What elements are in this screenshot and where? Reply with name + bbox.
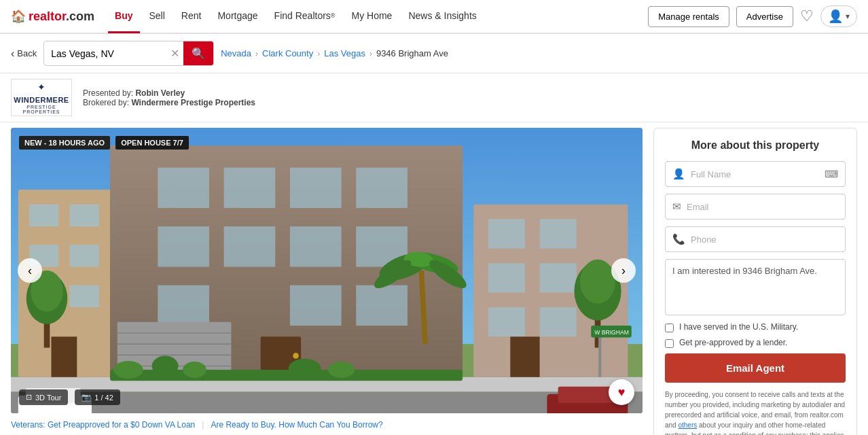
svg-rect-16	[356, 168, 408, 208]
breadcrumb-clark-county[interactable]: Clark County	[262, 48, 313, 58]
search-input-wrap: ✕ 🔍	[43, 41, 214, 66]
promo-links: Veterans: Get Preapproved for a $0 Down …	[11, 413, 643, 435]
back-button[interactable]: ‹ Back	[11, 48, 37, 60]
search-bar: ‹ Back ✕ 🔍 Nevada › Clark County › Las V…	[0, 34, 868, 73]
svg-point-55	[289, 359, 321, 378]
phone-input[interactable]	[691, 234, 838, 245]
agent-info: Presented by: Robin Verley Brokered by: …	[83, 88, 255, 107]
nav-rent[interactable]: Rent	[175, 0, 209, 33]
svg-rect-10	[70, 285, 99, 307]
military-checkbox[interactable]	[665, 324, 674, 332]
person-icon: 👤	[672, 168, 685, 180]
advertise-button[interactable]: Advertise	[736, 6, 793, 27]
nav-my-home[interactable]: My Home	[345, 0, 399, 33]
svg-rect-22	[290, 285, 342, 326]
svg-rect-8	[70, 245, 99, 266]
badge-open-house: OPEN HOUSE 7/7	[115, 136, 189, 150]
search-button[interactable]: 🔍	[183, 41, 213, 65]
svg-rect-32	[488, 219, 525, 248]
agent-logo: ✦ WINDERMERE PRESTIGE PROPERTIES	[11, 79, 72, 116]
windermere-icon: ✦	[14, 82, 69, 92]
breadcrumb-sep-3: ›	[369, 49, 372, 58]
windermere-brand: WINDERMERE	[14, 96, 69, 104]
badge-new: NEW - 18 HOURS AGO	[19, 136, 110, 150]
agent-banner: ✦ WINDERMERE PRESTIGE PROPERTIES Present…	[0, 73, 868, 122]
photo-count-badge[interactable]: 📷 1 / 42	[75, 389, 120, 405]
user-menu-button[interactable]: 👤 ▾	[820, 5, 857, 27]
right-panel: More about this property 👤 ⌨ ✉ 📞 I am in…	[653, 128, 857, 435]
home-icon: 🏠	[11, 9, 26, 24]
form-title: More about this property	[665, 139, 846, 152]
3d-tour-button[interactable]: ⊡ 3D Tour	[19, 389, 68, 405]
military-checkbox-wrap: I have served in the U.S. Military.	[665, 322, 846, 332]
user-icon: 👤	[828, 9, 843, 24]
favorites-icon[interactable]: ♡	[800, 7, 814, 25]
svg-point-53	[152, 355, 179, 376]
svg-point-30	[293, 353, 299, 359]
breadcrumb-nevada[interactable]: Nevada	[221, 48, 251, 58]
svg-text:W BRIGHAM: W BRIGHAM	[594, 329, 629, 336]
breadcrumb: Nevada › Clark County › Las Vegas › 9346…	[221, 48, 448, 58]
agent-name: Robin Verley	[135, 88, 185, 98]
3d-tour-label: 3D Tour	[35, 394, 61, 402]
preapproved-checkbox[interactable]	[665, 339, 674, 348]
email-agent-button[interactable]: Email Agent	[665, 353, 846, 383]
svg-rect-15	[290, 168, 342, 208]
manage-rentals-button[interactable]: Manage rentals	[648, 6, 729, 27]
nav-news[interactable]: News & Insights	[401, 0, 483, 33]
military-label: I have served in the U.S. Military.	[679, 322, 798, 332]
svg-rect-33	[540, 219, 577, 248]
brokered-by: Brokered by: Windermere Prestige Propert…	[83, 98, 255, 107]
chevron-down-icon: ▾	[846, 12, 850, 21]
header-right: Manage rentals Advertise ♡ 👤 ▾	[648, 5, 857, 27]
svg-rect-37	[540, 307, 577, 336]
svg-rect-21	[158, 285, 209, 326]
search-input[interactable]	[44, 44, 166, 64]
full-name-input[interactable]	[691, 169, 819, 179]
breadcrumb-las-vegas[interactable]: Las Vegas	[324, 48, 365, 58]
main-content: NEW - 18 HOURS AGO OPEN HOUSE 7/7	[0, 128, 868, 435]
preapproved-checkbox-wrap: Get pre-approved by a lender.	[665, 338, 846, 348]
photo-count-label: 1 / 42	[94, 394, 113, 402]
contact-form: More about this property 👤 ⌨ ✉ 📞 I am in…	[653, 128, 857, 435]
va-loan-link[interactable]: Veterans: Get Preapproved for a $0 Down …	[11, 420, 195, 430]
svg-point-54	[183, 362, 206, 378]
nav-sell[interactable]: Sell	[143, 0, 172, 33]
email-input[interactable]	[687, 202, 838, 212]
svg-rect-19	[290, 226, 342, 266]
keyboard-icon: ⌨	[825, 169, 838, 179]
nav-find-realtors[interactable]: Find Realtors®	[268, 0, 342, 33]
breadcrumb-sep-2: ›	[317, 49, 320, 58]
svg-rect-23	[356, 285, 408, 326]
nav-mortgage[interactable]: Mortgage	[211, 0, 264, 33]
svg-rect-6	[70, 205, 99, 226]
phone-icon: 📞	[672, 233, 685, 245]
svg-point-50	[580, 260, 615, 304]
clear-search-button[interactable]: ✕	[166, 47, 183, 60]
svg-point-56	[328, 362, 355, 378]
nav-buy[interactable]: Buy	[108, 0, 139, 33]
svg-point-52	[113, 361, 143, 379]
photo-badges: NEW - 18 HOURS AGO OPEN HOUSE 7/7	[19, 136, 189, 150]
presented-by: Presented by: Robin Verley	[83, 88, 255, 98]
svg-rect-38	[510, 336, 539, 377]
svg-rect-17	[158, 226, 209, 266]
photo-prev-button[interactable]: ‹	[18, 258, 42, 283]
svg-rect-65	[558, 387, 617, 403]
full-name-field: 👤 ⌨	[665, 161, 846, 187]
email-icon: ✉	[672, 201, 681, 213]
message-textarea[interactable]: I am interested in 9346 Brigham Ave.	[672, 266, 838, 307]
logo[interactable]: 🏠 realtor.com	[11, 9, 94, 24]
others-link[interactable]: others	[678, 421, 697, 429]
breadcrumb-sep-1: ›	[255, 49, 258, 58]
prestige-text: PRESTIGE PROPERTIES	[14, 105, 69, 114]
svg-rect-36	[488, 307, 525, 336]
photo-next-button[interactable]: ›	[611, 258, 636, 283]
svg-rect-13	[158, 168, 209, 208]
svg-rect-14	[224, 168, 276, 208]
favorite-button[interactable]: ♥	[609, 379, 634, 405]
borrow-link[interactable]: Are Ready to Buy. How Much Can You Borro…	[211, 420, 382, 430]
photo-bottom-controls: ⊡ 3D Tour 📷 1 / 42	[19, 389, 120, 405]
logo-text: realtor.com	[29, 10, 94, 24]
back-label: Back	[17, 48, 37, 58]
